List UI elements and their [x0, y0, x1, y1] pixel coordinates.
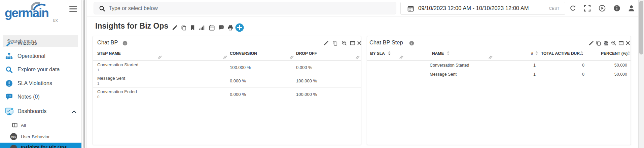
sidebar-item-operational[interactable]: Operational — [0, 49, 81, 63]
conversion-value: 0.000 % — [230, 78, 246, 83]
global-search-input[interactable] — [109, 2, 391, 14]
user-icon[interactable] — [628, 5, 635, 12]
edit-icon[interactable] — [172, 25, 178, 31]
step-name: Conversation Started — [97, 62, 138, 67]
fullscreen-icon[interactable] — [584, 5, 591, 12]
sidebar-subitem-insights-for-biz-ops-active[interactable]: Insights for Biz Ops — [0, 143, 81, 148]
column-header-count[interactable]: # — [531, 51, 533, 56]
sidebar-item-label: Wizards — [17, 40, 37, 46]
sidebar-subitem-label: All — [21, 123, 26, 128]
bookmark-icon[interactable] — [190, 25, 195, 31]
print-icon[interactable] — [227, 25, 233, 31]
page-scrollbar — [638, 0, 644, 148]
calendar-icon[interactable] — [209, 25, 215, 31]
sidebar-scrollbar-thumb[interactable] — [83, 0, 85, 148]
panel-title: Chat BP — [97, 39, 118, 46]
column-resize-handle[interactable] — [400, 56, 403, 59]
total-active-dur-value: 0 — [569, 72, 584, 77]
csv-export-icon[interactable]: csv — [603, 40, 609, 46]
sort-icon[interactable] — [580, 51, 583, 56]
brand-logo[interactable]: germain ux — [5, 3, 72, 23]
sidebar-item-notes[interactable]: Notes (0) — [0, 90, 81, 104]
window-icon[interactable] — [350, 40, 355, 46]
sidebar-subitem-label: User Behavior — [21, 134, 50, 139]
dashboard-badge — [10, 145, 17, 148]
column-resize-handle[interactable] — [356, 56, 359, 59]
close-icon[interactable] — [357, 40, 362, 46]
copy-icon[interactable] — [181, 25, 187, 31]
hamburger-menu-icon[interactable] — [69, 6, 77, 13]
window-icon[interactable] — [618, 40, 624, 46]
count-value: 1 — [525, 63, 536, 68]
copy-icon[interactable] — [332, 40, 338, 46]
chart-bars-icon[interactable] — [199, 25, 205, 31]
ube-badge: UBE — [10, 133, 17, 140]
edit-icon[interactable] — [323, 40, 329, 46]
comment-icon[interactable] — [218, 25, 224, 31]
sort-icon-active[interactable] — [388, 51, 391, 56]
add-circle-icon[interactable] — [235, 23, 244, 32]
sort-icon[interactable] — [627, 51, 631, 56]
column-resize-handle[interactable] — [158, 56, 162, 59]
step-bar — [164, 90, 224, 95]
table-row[interactable]: Conversation Ended 0 0.000 % 100.000 % — [93, 88, 361, 101]
svg-text:csv: csv — [605, 43, 607, 44]
sort-icon[interactable] — [535, 51, 538, 56]
copy-icon[interactable] — [596, 40, 601, 46]
column-header-percent[interactable]: PERCENT (%) — [601, 51, 628, 56]
table-row[interactable]: Message Sent 1 0.000 % 100.000 % — [93, 74, 361, 88]
table-header-underline — [93, 50, 361, 61]
sort-icon[interactable] — [446, 51, 450, 56]
sidebar-item-label: Dashboards — [17, 108, 46, 114]
table-row[interactable]: Message Sent 1 0 50.000 — [367, 70, 631, 79]
zoom-in-icon[interactable] — [342, 40, 347, 46]
column-header-by-sla[interactable]: BY SLA — [370, 51, 385, 56]
step-count: 1 — [97, 68, 99, 72]
sidebar-item-label: Notes (0) — [17, 94, 40, 100]
column-header-name[interactable]: NAME — [432, 51, 444, 56]
step-name: Conversation Ended — [97, 89, 137, 94]
step-name: Message Sent — [430, 72, 457, 77]
sidebar-scrollbar — [81, 0, 87, 148]
table-row[interactable]: Conversation Started 1 100.000 % 0.000 % — [93, 61, 361, 74]
column-header-conversion[interactable]: CONVERSION — [230, 51, 257, 56]
column-resize-handle[interactable] — [489, 56, 492, 59]
column-header-total-active-dur[interactable]: TOTAL ACTIVE DUR... — [541, 51, 583, 56]
zoom-in-icon[interactable] — [611, 40, 616, 46]
calendar-icon — [407, 5, 414, 12]
refresh-icon[interactable] — [569, 5, 576, 12]
sidebar-item-label: Explore your data — [17, 67, 60, 73]
column-resize-handle[interactable] — [223, 56, 227, 59]
table-row[interactable]: Conversation Started 1 0 50.000 — [367, 61, 631, 70]
count-value: 1 — [525, 72, 536, 77]
column-header-drop-off[interactable]: DROP OFF — [296, 51, 317, 56]
sidebar-item-wizards[interactable]: Wizards — [0, 36, 81, 50]
page-scrollbar-thumb[interactable] — [639, 1, 643, 54]
app-root: germain ux Wizards Operational Explo — [0, 0, 644, 148]
play-circle-icon[interactable] — [599, 5, 606, 12]
sidebar-item-dashboards[interactable]: Dashboards — [0, 105, 81, 118]
sidebar-subitem-user-behavior[interactable]: UBE User Behavior — [0, 131, 81, 142]
info-icon[interactable] — [409, 41, 414, 46]
info-icon[interactable] — [122, 41, 128, 46]
drop-off-value: 0.000 % — [296, 65, 312, 70]
page-title: Insights for Biz Ops — [95, 22, 168, 31]
info-circle-icon[interactable] — [613, 5, 620, 12]
search-icon — [5, 66, 13, 73]
edit-icon[interactable] — [588, 40, 594, 46]
close-icon[interactable] — [625, 40, 631, 46]
columns-icon — [12, 122, 17, 128]
sidebar-item-explore-your-data[interactable]: Explore your data — [0, 63, 81, 76]
brand-name: germain — [5, 6, 48, 20]
date-range-picker[interactable]: 09/10/2023 12:00 AM - 10/10/2023 12:00 A… — [400, 2, 565, 15]
column-resize-handle[interactable] — [290, 56, 293, 59]
step-name: Message Sent — [97, 76, 125, 81]
drop-off-value: 100.000 % — [296, 78, 317, 83]
sidebar-item-sla-violations[interactable]: SLA Violations — [0, 77, 81, 90]
column-header-step-name[interactable]: STEP NAME — [97, 51, 121, 56]
sla-bar — [367, 63, 427, 68]
chevron-up-icon[interactable] — [71, 109, 77, 114]
global-search — [94, 2, 396, 14]
conversion-value: 0.000 % — [230, 92, 246, 97]
sidebar-subitem-all[interactable]: All — [0, 120, 81, 131]
